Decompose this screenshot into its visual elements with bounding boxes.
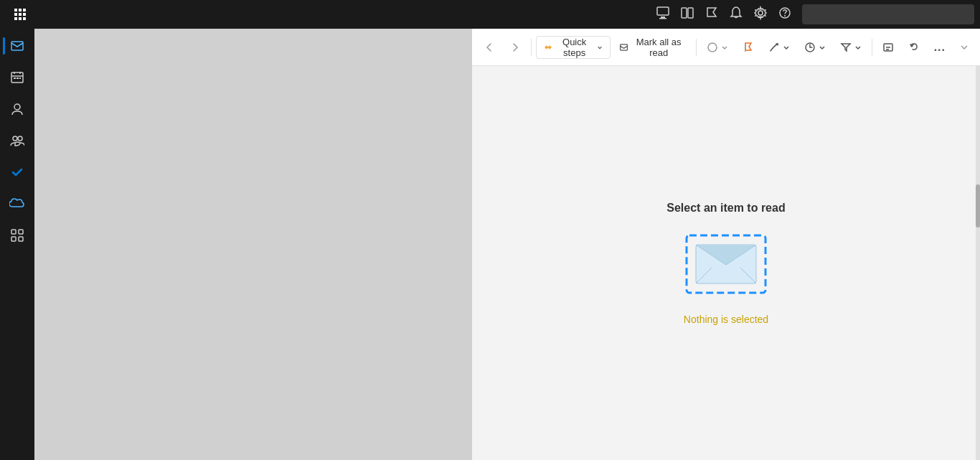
svg-rect-10	[661, 17, 665, 18]
sidebar-item-people[interactable]	[3, 95, 32, 123]
svg-rect-5	[23, 13, 26, 16]
top-bar-left	[6, 0, 34, 29]
svg-rect-21	[19, 78, 21, 79]
forward-button[interactable]	[504, 36, 527, 59]
toolbar: Quick steps Mark all as read	[472, 29, 980, 66]
svg-rect-27	[11, 237, 16, 241]
svg-rect-20	[17, 78, 19, 79]
split-icon[interactable]	[680, 6, 694, 23]
help-icon[interactable]	[778, 6, 792, 23]
svg-rect-26	[19, 230, 23, 234]
monitor-icon[interactable]	[656, 6, 670, 23]
svg-rect-11	[659, 18, 666, 19]
quick-steps-label: Quick steps	[555, 37, 594, 58]
svg-rect-3	[14, 13, 17, 16]
top-bar-right	[656, 4, 974, 24]
feedback-icon[interactable]	[705, 6, 719, 23]
svg-point-30	[708, 43, 717, 52]
sidebar-item-onedrive[interactable]	[3, 189, 32, 218]
sidebar-item-tasks[interactable]	[3, 158, 32, 187]
reading-pane-panel: Quick steps Mark all as read	[472, 29, 980, 460]
sidebar-item-apps[interactable]	[3, 221, 32, 250]
sidebar-item-mail[interactable]	[3, 32, 32, 60]
svg-point-24	[18, 136, 22, 141]
top-bar	[0, 0, 980, 29]
schedule-button[interactable]	[798, 36, 831, 59]
svg-point-14	[758, 11, 763, 15]
sidebar-item-groups[interactable]	[3, 126, 32, 155]
bell-icon[interactable]	[729, 6, 743, 23]
svg-rect-12	[682, 8, 687, 18]
select-item-text: Select an item to read	[666, 202, 785, 215]
toolbar-divider-2	[696, 39, 697, 56]
mark-all-read-button[interactable]: Mark all as read	[613, 36, 692, 59]
svg-rect-13	[688, 8, 693, 18]
svg-rect-9	[657, 7, 669, 15]
scrollbar-track	[976, 66, 980, 460]
svg-rect-28	[19, 237, 23, 241]
main-layout: Quick steps Mark all as read	[0, 29, 980, 460]
svg-rect-19	[14, 78, 16, 79]
svg-rect-7	[19, 17, 22, 20]
svg-rect-29	[621, 44, 628, 50]
sidebar-item-calendar[interactable]	[3, 63, 32, 92]
svg-rect-8	[23, 17, 26, 20]
svg-rect-17	[11, 42, 23, 50]
toolbar-divider-3	[872, 39, 872, 56]
svg-rect-4	[19, 13, 22, 16]
undo-button[interactable]	[903, 36, 925, 59]
flag-button[interactable]	[737, 36, 760, 59]
back-button[interactable]	[478, 36, 501, 59]
svg-rect-2	[23, 9, 26, 11]
search-box[interactable]	[802, 4, 974, 24]
svg-point-23	[13, 136, 17, 141]
more-button[interactable]: ...	[928, 36, 951, 59]
reply-button[interactable]	[877, 36, 900, 59]
more-label: ...	[934, 41, 946, 54]
filter-button[interactable]	[834, 36, 867, 59]
gear-icon[interactable]	[753, 6, 768, 23]
svg-rect-0	[14, 9, 17, 11]
ignore-button[interactable]	[701, 36, 734, 59]
left-nav	[0, 29, 34, 460]
svg-rect-25	[11, 230, 16, 234]
svg-point-22	[14, 104, 20, 110]
toolbar-divider-1	[531, 39, 532, 56]
mark-all-read-label: Mark all as read	[631, 37, 686, 58]
email-illustration	[683, 232, 769, 296]
nothing-selected-text: Nothing is selected	[684, 314, 768, 325]
svg-point-16	[784, 15, 786, 17]
quick-steps-button[interactable]: Quick steps	[536, 36, 611, 59]
toolbar-chevron-button[interactable]	[954, 36, 974, 59]
svg-rect-6	[14, 17, 17, 20]
svg-rect-1	[19, 9, 22, 11]
sweep-button[interactable]	[763, 36, 796, 59]
waffle-menu-button[interactable]	[6, 0, 34, 29]
email-list-panel	[34, 29, 472, 460]
scrollbar-thumb[interactable]	[976, 184, 980, 227]
reading-pane: Select an item to read Nothing is select…	[472, 66, 980, 460]
